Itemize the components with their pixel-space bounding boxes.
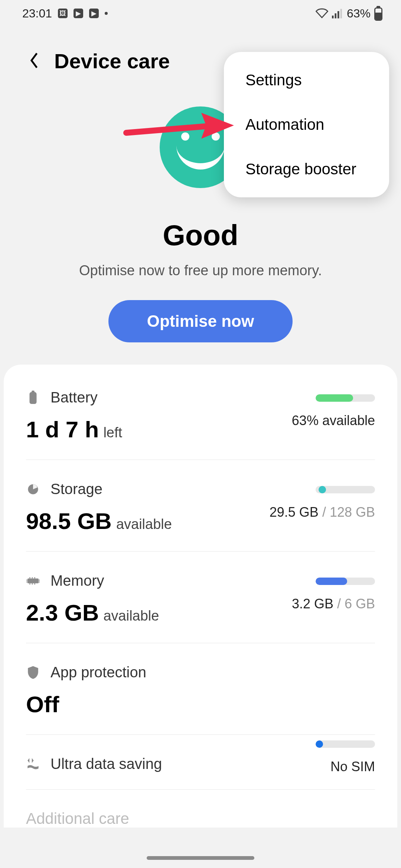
menu-item-storage-booster[interactable]: Storage booster bbox=[224, 147, 389, 191]
ultra-data-bar bbox=[316, 740, 375, 748]
home-indicator[interactable] bbox=[147, 856, 254, 860]
memory-row[interactable]: Memory 2.3 GB available 3.2 GB / 6 GB bbox=[26, 552, 375, 643]
svg-rect-9 bbox=[26, 581, 27, 582]
memory-unit: available bbox=[103, 608, 159, 624]
status-bar: 23:01 🖼 ▶ ▶ 63% bbox=[0, 0, 401, 27]
svg-rect-17 bbox=[34, 583, 35, 584]
memory-value: 2.3 GB bbox=[26, 599, 99, 626]
svg-rect-10 bbox=[39, 579, 40, 580]
dot-icon bbox=[105, 12, 108, 15]
svg-rect-2 bbox=[338, 11, 339, 19]
storage-pie-icon bbox=[26, 482, 40, 496]
wifi-icon bbox=[316, 8, 328, 19]
app-protection-value: Off bbox=[26, 691, 59, 717]
gallery-icon: 🖼 bbox=[58, 9, 68, 18]
storage-bar bbox=[316, 486, 375, 493]
battery-unit: left bbox=[103, 425, 122, 441]
svg-rect-16 bbox=[32, 583, 33, 584]
storage-used: 29.5 GB bbox=[270, 504, 319, 520]
storage-sep: / bbox=[319, 504, 330, 520]
page-title: Device care bbox=[54, 49, 170, 73]
data-saving-icon bbox=[26, 757, 40, 771]
ultra-data-label: Ultra data saving bbox=[50, 756, 162, 772]
memory-label: Memory bbox=[50, 572, 104, 589]
memory-bar bbox=[316, 578, 375, 585]
optimise-now-button[interactable]: Optimise now bbox=[108, 300, 293, 342]
youtube-icon: ▶ bbox=[74, 9, 83, 18]
svg-rect-1 bbox=[335, 13, 336, 19]
storage-unit: available bbox=[116, 516, 172, 532]
status-clock: 23:01 bbox=[22, 7, 52, 20]
details-card: Battery 1 d 7 h left 63% available Stora… bbox=[4, 365, 397, 828]
status-battery-pct: 63% bbox=[347, 7, 371, 20]
svg-rect-14 bbox=[34, 577, 35, 578]
app-protection-label: App protection bbox=[50, 664, 146, 681]
svg-rect-0 bbox=[332, 16, 334, 19]
overflow-menu: Settings Automation Storage booster bbox=[224, 52, 389, 197]
storage-total: 128 GB bbox=[330, 504, 375, 520]
svg-rect-12 bbox=[29, 577, 30, 578]
memory-chip-icon bbox=[26, 574, 40, 588]
storage-row[interactable]: Storage 98.5 GB available 29.5 GB / 128 … bbox=[26, 460, 375, 552]
memory-used: 3.2 GB bbox=[292, 596, 333, 611]
additional-care-label[interactable]: Additional care bbox=[26, 790, 375, 828]
battery-icon bbox=[26, 391, 40, 405]
video-icon: ▶ bbox=[89, 9, 99, 18]
battery-value: 1 d 7 h bbox=[26, 416, 99, 443]
svg-rect-4 bbox=[30, 392, 37, 404]
battery-icon bbox=[374, 6, 382, 21]
shield-icon bbox=[26, 665, 40, 680]
storage-label: Storage bbox=[50, 481, 102, 497]
svg-rect-13 bbox=[32, 577, 33, 578]
signal-icon bbox=[332, 8, 343, 19]
svg-rect-8 bbox=[26, 579, 27, 580]
battery-available: 63% available bbox=[292, 413, 375, 428]
menu-item-automation[interactable]: Automation bbox=[224, 102, 389, 147]
svg-rect-3 bbox=[340, 9, 342, 19]
battery-bar bbox=[316, 394, 375, 402]
ultra-data-saving-row[interactable]: Ultra data saving No SIM bbox=[26, 735, 375, 790]
svg-rect-15 bbox=[29, 583, 30, 584]
device-status-subtitle: Optimise now to free up more memory. bbox=[15, 263, 386, 279]
ultra-data-status: No SIM bbox=[316, 759, 375, 775]
battery-row[interactable]: Battery 1 d 7 h left 63% available bbox=[26, 368, 375, 460]
svg-rect-11 bbox=[39, 581, 40, 582]
back-button[interactable] bbox=[27, 52, 41, 71]
memory-usage: 3.2 GB / 6 GB bbox=[292, 596, 375, 612]
storage-value: 98.5 GB bbox=[26, 508, 112, 534]
battery-label: Battery bbox=[50, 389, 98, 406]
memory-sep: / bbox=[333, 596, 345, 611]
menu-item-settings[interactable]: Settings bbox=[224, 58, 389, 102]
memory-total: 6 GB bbox=[345, 596, 375, 611]
storage-usage: 29.5 GB / 128 GB bbox=[270, 504, 375, 520]
app-protection-row[interactable]: App protection Off bbox=[26, 643, 375, 735]
device-status-title: Good bbox=[15, 218, 386, 252]
svg-rect-7 bbox=[27, 578, 38, 583]
svg-rect-5 bbox=[32, 391, 35, 393]
